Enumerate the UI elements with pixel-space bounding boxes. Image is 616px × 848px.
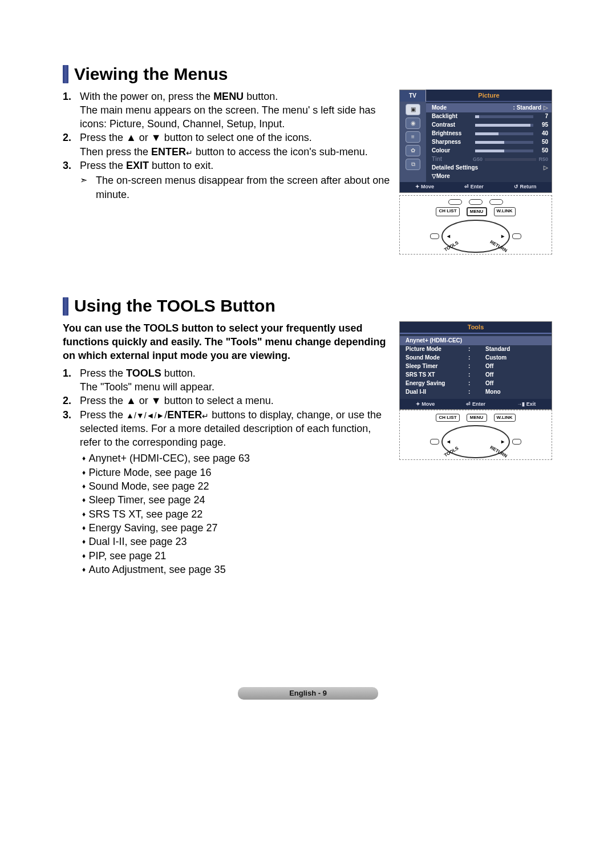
step-number: 3.	[63, 159, 80, 201]
note-arrow-icon: ➣	[80, 173, 96, 201]
section-viewing-menus: Viewing the Menus 1. With the power on, …	[63, 63, 553, 255]
remote-nav-ring[interactable]: ◂ ▸ TOOLS RETURN	[441, 425, 510, 458]
step-line: Press the ▲ or ▼ button to select a menu…	[80, 395, 274, 406]
title-bar-icon	[63, 297, 68, 316]
step-number: 2.	[63, 131, 80, 159]
move-icon: ✦	[416, 401, 422, 407]
triangle-right-icon: ▷	[544, 164, 548, 172]
picture-icon[interactable]: ▣	[406, 104, 420, 115]
ref-item: Energy Saving, see page 27	[82, 521, 392, 535]
enter-icon	[186, 146, 193, 158]
sound-icon[interactable]: ◉	[406, 118, 420, 129]
remote-pill-icon	[448, 199, 462, 205]
osd-row-colour[interactable]: Colour 50	[432, 147, 548, 155]
remote-pill-icon	[469, 199, 483, 205]
remote-chlist-button[interactable]: CH LIST	[436, 207, 459, 217]
setup-icon[interactable]: ✿	[406, 145, 420, 156]
osd-row-more[interactable]: ▽More	[432, 172, 548, 181]
channel-icon[interactable]: ≡	[406, 131, 420, 143]
ref-item: PIP, see page 21	[82, 549, 392, 563]
remote-side-button[interactable]	[512, 233, 521, 239]
remote-return-label: RETURN	[488, 445, 508, 459]
return-icon: ↺	[514, 184, 520, 189]
triangle-right-icon: ▷	[544, 104, 548, 112]
intro-text: You can use the TOOLS button to select y…	[63, 321, 392, 363]
reference-list: Anynet+ (HDMI-CEC), see page 63 Picture …	[80, 451, 392, 576]
tools-row-srs[interactable]: SRS TS XT : Off	[406, 371, 546, 379]
tools-row-sleep-timer[interactable]: Sleep Timer : Off	[406, 362, 546, 371]
remote-wlink-button[interactable]: W.LINK	[494, 414, 516, 422]
tools-row-energy[interactable]: Energy Saving : Off	[406, 379, 546, 388]
step-line: Then press the ENTER button to access th…	[80, 146, 368, 158]
ref-item: Sleep Timer, see page 24	[82, 493, 392, 507]
input-icon[interactable]: ⧉	[406, 159, 420, 170]
section-tools-button: Using the TOOLS Button You can use the T…	[63, 294, 553, 576]
osd-row-detailed[interactable]: Detailed Settings ▷	[432, 164, 548, 172]
section-title: Using the TOOLS Button	[74, 294, 275, 318]
tools-row-dual[interactable]: Dual I-II : Mono	[406, 388, 546, 397]
ref-item: Dual I-II, see page 23	[82, 535, 392, 548]
ref-item: Auto Adjustment, see page 35	[82, 563, 392, 576]
remote-side-button[interactable]	[430, 439, 439, 445]
step-line: Press the ▲ or ▼ button to select one of…	[80, 132, 312, 143]
remote-tools-label: TOOLS	[443, 446, 460, 459]
remote-side-button[interactable]	[512, 439, 521, 445]
step-line: Press the ▲/▼/◄/►/ENTER buttons to displ…	[80, 409, 382, 449]
left-arrow-icon: ◂	[447, 232, 450, 240]
tools-row-sound-mode[interactable]: Sound Mode : Custom	[406, 354, 546, 362]
step-line: Press the EXIT button to exit.	[80, 160, 213, 171]
osd-row-tint: Tint G50 R50	[432, 155, 548, 164]
remote-diagram: CH LIST MENU W.LINK ◂ ▸ TOOLS RETURN	[399, 410, 552, 461]
remote-menu-button[interactable]: MENU	[467, 414, 487, 422]
remote-pill-icon	[489, 199, 503, 205]
note-text: The on-screen menus disappear from the s…	[96, 173, 392, 201]
osd-footer-hints: ✦ Move ⏎ Enter →▮ Exit	[400, 399, 552, 409]
remote-return-label: RETURN	[488, 239, 508, 254]
remote-nav-ring[interactable]: ◂ ▸ TOOLS RETURN	[441, 220, 510, 253]
remote-diagram: CH LIST MENU W.LINK ◂ ▸ TOOLS RETURN	[399, 195, 552, 255]
footer-page-number: 9	[323, 689, 327, 697]
section-title: Viewing the Menus	[74, 63, 228, 86]
instruction-text: You can use the TOOLS button to select y…	[63, 321, 399, 576]
left-arrow-icon: ◂	[447, 438, 450, 446]
step-number: 1.	[63, 90, 80, 131]
osd-title: Picture	[426, 90, 552, 102]
enter-icon: ⏎	[464, 184, 471, 189]
step-number: 1.	[63, 366, 80, 394]
osd-source-label: TV	[400, 90, 426, 102]
right-arrow-icon: ▸	[501, 438, 504, 446]
osd-row-sharpness[interactable]: Sharpness 50	[432, 138, 548, 147]
enter-icon: ⏎	[466, 401, 472, 407]
page-footer: English - 9	[0, 685, 616, 700]
step-number: 3.	[63, 408, 80, 577]
title-bar-icon	[63, 65, 68, 83]
osd-tools-menu: Tools Anynet+ (HDMI-CEC) Picture Mode : …	[399, 321, 552, 410]
tools-row-anynet[interactable]: Anynet+ (HDMI-CEC)	[400, 336, 552, 345]
remote-side-button[interactable]	[430, 233, 439, 239]
move-icon: ✦	[415, 184, 422, 189]
osd-picture-menu: TV Picture ▣ ◉ ≡ ✿ ⧉ Mode	[399, 90, 552, 193]
ref-item: Picture Mode, see page 16	[82, 466, 392, 479]
osd-row-mode[interactable]: Mode : Standard ▷	[426, 103, 552, 112]
remote-chlist-button[interactable]: CH LIST	[436, 414, 459, 422]
enter-icon	[202, 409, 209, 421]
ref-item: Sound Mode, see page 22	[82, 479, 392, 493]
step-line: The "Tools" menu will appear.	[80, 381, 214, 393]
osd-row-brightness[interactable]: Brightness 40	[432, 130, 548, 138]
right-arrow-icon: ▸	[501, 232, 504, 240]
osd-row-contrast[interactable]: Contrast 95	[432, 121, 548, 130]
step-number: 2.	[63, 394, 80, 407]
remote-menu-button[interactable]: MENU	[467, 207, 487, 217]
remote-wlink-button[interactable]: W.LINK	[494, 207, 516, 217]
osd-row-backlight[interactable]: Backlight 7	[432, 112, 548, 121]
instruction-text: 1. With the power on, press the MENU but…	[63, 90, 399, 201]
osd-title: Tools	[400, 322, 552, 334]
osd-sidebar-icons: ▣ ◉ ≡ ✿ ⧉	[400, 102, 426, 182]
exit-icon: →▮	[517, 401, 526, 407]
step-line: With the power on, press the MENU button…	[80, 91, 278, 102]
ref-item: SRS TS XT, see page 22	[82, 507, 392, 521]
tools-row-picture-mode[interactable]: Picture Mode : Standard	[406, 345, 546, 354]
step-line: Press the TOOLS button.	[80, 368, 196, 379]
footer-lang: English	[289, 689, 316, 697]
osd-footer-hints: ✦ Move ⏎ Enter ↺ Return	[400, 182, 552, 192]
